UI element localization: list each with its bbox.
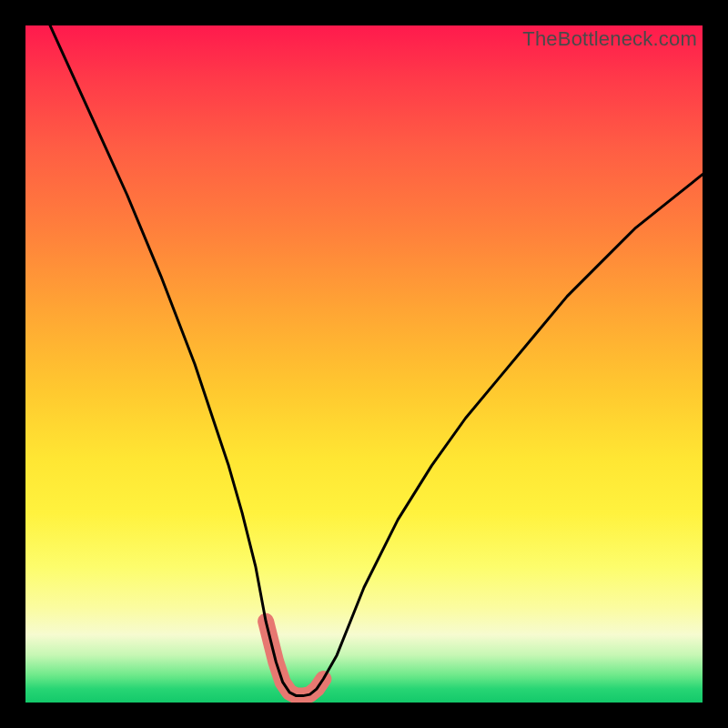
curve-layer [25,25,703,703]
chart-frame: TheBottleneck.com [0,0,728,728]
plot-area: TheBottleneck.com [25,25,703,703]
bottleneck-curve-path [25,25,703,696]
